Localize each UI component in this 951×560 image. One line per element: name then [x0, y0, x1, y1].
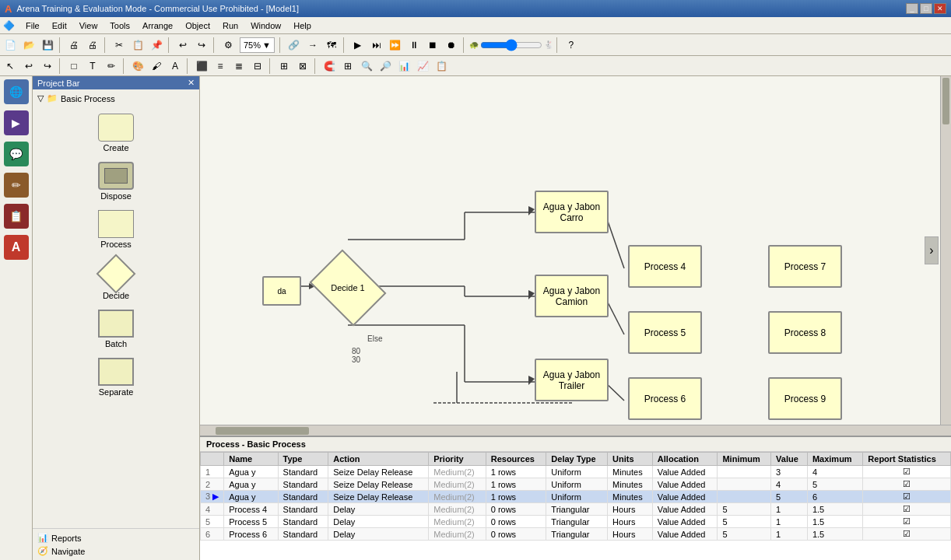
undo-button[interactable]: ↩ [174, 37, 191, 54]
cell-resources[interactable]: 0 rows [486, 528, 546, 541]
group-button[interactable]: ⊞ [275, 58, 293, 75]
cell-allocation[interactable]: Value Added [652, 466, 718, 478]
process9-node[interactable]: Process 9 [768, 377, 842, 420]
left-icon-play[interactable]: ▶ [4, 110, 29, 135]
cell-type[interactable]: Standard [278, 491, 328, 503]
panel-item-dispose[interactable]: Dispose [36, 162, 196, 201]
left-icon-edit[interactable]: ✏ [4, 173, 29, 198]
panel-item-process[interactable]: Process [36, 210, 196, 249]
pointer-button[interactable]: ↖ [2, 58, 19, 75]
cell-report[interactable]: ☑ [863, 503, 951, 516]
cell-action[interactable]: Seize Delay Release [328, 478, 429, 491]
stop-button[interactable]: ⏹ [424, 37, 441, 54]
cell-resources[interactable]: 0 rows [486, 503, 546, 516]
text-button[interactable]: T [84, 58, 101, 75]
cell-type[interactable]: Standard [278, 516, 328, 528]
cell-name[interactable]: Agua y [224, 491, 278, 503]
panel-item-separate[interactable]: Separate [36, 358, 196, 397]
route-button[interactable]: 🗺 [323, 37, 340, 54]
cell-allocation[interactable]: Value Added [652, 478, 718, 491]
menu-run[interactable]: Run [216, 19, 244, 32]
cell-action[interactable]: Delay [328, 503, 429, 516]
left-icon-a[interactable]: A [4, 235, 29, 260]
scrollbar-thumb-v[interactable] [942, 78, 949, 124]
print-button[interactable]: 🖨 [84, 37, 101, 54]
agua-jabon-carro-node[interactable]: Agua y JabonCarro [535, 191, 609, 233]
menu-arrange[interactable]: Arrange [136, 19, 179, 32]
cell-maximum[interactable]: 1.5 [807, 528, 862, 541]
cell-value[interactable]: 3 [771, 466, 808, 478]
cell-action[interactable]: Seize Delay Release [328, 466, 429, 478]
close-button[interactable]: ✕ [934, 3, 946, 14]
new-button[interactable]: 📄 [2, 37, 19, 54]
undo2-button[interactable]: ↩ [20, 58, 37, 75]
table-row[interactable]: 3 ▶Agua yStandardSeize Delay ReleaseMedi… [201, 491, 951, 503]
maximize-button[interactable]: □ [920, 3, 932, 14]
process6-node[interactable]: Process 6 [628, 377, 702, 420]
cell-report[interactable]: ☑ [863, 466, 951, 478]
zoom-dropdown-icon[interactable]: ▼ [262, 40, 271, 50]
cell-value[interactable]: 1 [771, 528, 808, 541]
help-button[interactable]: ? [563, 37, 580, 54]
cell-delaytype[interactable]: Uniform [546, 466, 608, 478]
canvas-scrollbar-v[interactable] [940, 76, 951, 425]
step-button[interactable]: ⏭ [368, 37, 385, 54]
cell-type[interactable]: Standard [278, 503, 328, 516]
fast-forward-button[interactable]: ⏩ [387, 37, 404, 54]
process7-node[interactable]: Process 7 [768, 245, 842, 288]
tree-basic-process[interactable]: ▽ 📁 Basic Process [36, 93, 196, 104]
cell-action[interactable]: Delay [328, 528, 429, 541]
cell-name[interactable]: Process 4 [224, 503, 278, 516]
cell-delaytype[interactable]: Triangular [546, 503, 608, 516]
cell-maximum[interactable]: 6 [807, 491, 862, 503]
draw-button[interactable]: ✏ [103, 58, 120, 75]
cell-minimum[interactable] [718, 491, 771, 503]
title-bar-controls[interactable]: _ □ ✕ [906, 3, 946, 14]
cell-report[interactable]: ☑ [863, 516, 951, 528]
line-color-button[interactable]: 🖌 [148, 58, 165, 75]
left-icon-doc[interactable]: 📋 [4, 204, 29, 229]
cell-name[interactable]: Agua y [224, 478, 278, 491]
menu-help[interactable]: Help [287, 19, 318, 32]
cell-maximum[interactable]: 1.5 [807, 503, 862, 516]
align-left-button[interactable]: ⬛ [193, 58, 210, 75]
cell-minimum[interactable] [718, 478, 771, 491]
rect-button[interactable]: □ [65, 58, 82, 75]
cell-allocation[interactable]: Value Added [652, 491, 718, 503]
pause-button[interactable]: ⏸ [405, 37, 423, 54]
bottom-table[interactable]: Name Type Action Priority Resources Dela… [200, 452, 951, 560]
cell-report[interactable]: ☑ [863, 528, 951, 541]
cell-units[interactable]: Hours [608, 516, 653, 528]
transfer-button[interactable]: → [304, 37, 321, 54]
zoom-box[interactable]: 75% ▼ [240, 37, 275, 53]
reports-item[interactable]: 📊 Reports [36, 532, 196, 544]
table-row[interactable]: 6Process 6StandardDelayMedium(2)0 rowsTr… [201, 528, 951, 541]
scrollbar-thumb-h[interactable] [216, 427, 309, 435]
menu-view[interactable]: View [73, 19, 104, 32]
process4-node[interactable]: Process 4 [628, 245, 702, 288]
cell-allocation[interactable]: Value Added [652, 516, 718, 528]
cell-maximum[interactable]: 4 [807, 466, 862, 478]
chart-button[interactable]: 📊 [395, 58, 412, 75]
table-row[interactable]: 4Process 4StandardDelayMedium(2)0 rowsTr… [201, 503, 951, 516]
minimize-button[interactable]: _ [906, 3, 918, 14]
grid-button[interactable]: ⊞ [339, 58, 356, 75]
connect-button[interactable]: 🔗 [286, 37, 303, 54]
panel-item-batch[interactable]: Batch [36, 310, 196, 348]
run-setup-button[interactable]: ⚙ [219, 37, 237, 54]
cell-minimum[interactable] [718, 466, 771, 478]
cell-priority[interactable]: Medium(2) [429, 478, 486, 491]
cell-units[interactable]: Minutes [608, 478, 653, 491]
panel-item-create[interactable]: Create [36, 114, 196, 152]
table-row[interactable]: 1Agua yStandardSeize Delay ReleaseMedium… [201, 466, 951, 478]
align-right-button[interactable]: ≣ [230, 58, 247, 75]
cell-minimum[interactable]: 5 [718, 503, 771, 516]
table-row[interactable]: 5Process 5StandardDelayMedium(2)0 rowsTr… [201, 516, 951, 528]
cell-name[interactable]: Agua y [224, 466, 278, 478]
cell-type[interactable]: Standard [278, 478, 328, 491]
menu-window[interactable]: Window [244, 19, 287, 32]
snap-button[interactable]: 🧲 [321, 58, 338, 75]
cell-delaytype[interactable]: Uniform [546, 478, 608, 491]
cell-units[interactable]: Minutes [608, 491, 653, 503]
chart2-button[interactable]: 📈 [414, 58, 431, 75]
